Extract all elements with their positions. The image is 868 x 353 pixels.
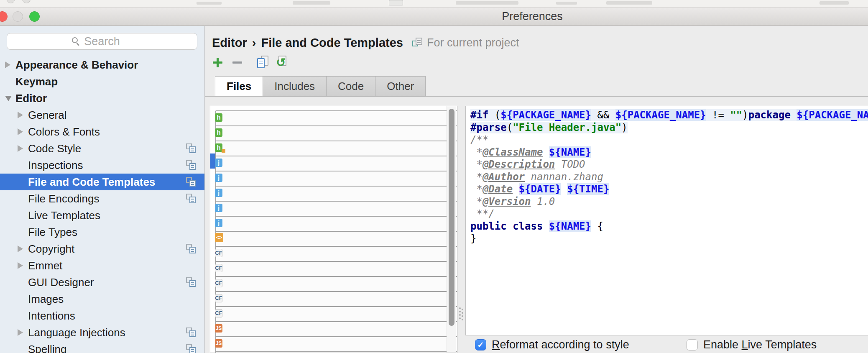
sidebar-item-appearance-behavior[interactable]: Appearance & Behavior <box>0 56 204 73</box>
template-coldfusion-tag-interface[interactable]: CFColdFusion Tag Interface <box>210 274 447 289</box>
zoom-button[interactable] <box>29 11 40 22</box>
chevron-right-icon[interactable] <box>18 112 23 118</box>
sidebar-item-file-encodings[interactable]: File Encodings <box>0 190 204 207</box>
template-code-editor[interactable]: #if (${PACKAGE_NAME} && ${PACKAGE_NAME} … <box>465 106 868 335</box>
sidebar-item-label: Keymap <box>15 75 58 88</box>
template-amd-javascript-file[interactable]: JSAMD JavaScript File <box>210 334 447 349</box>
tab-files[interactable]: Files <box>215 76 263 97</box>
sidebar-item-label: Live Templates <box>28 209 100 222</box>
search-input[interactable] <box>7 33 197 50</box>
tab-code[interactable]: Code <box>326 76 375 97</box>
sidebar-item-inspections[interactable]: Inspections <box>0 157 204 174</box>
breadcrumb-part: File and Code Templates <box>261 36 403 50</box>
sidebar-item-label: File and Code Templates <box>28 176 155 189</box>
template-class[interactable]: jClass <box>210 153 447 169</box>
scope-note-label: For current project <box>427 36 519 49</box>
code-line: #parse("File Header.java") <box>470 122 868 134</box>
chevron-right-icon[interactable] <box>18 145 23 152</box>
sidebar-item-gui-designer[interactable]: GUI Designer <box>0 274 204 291</box>
cf-file-icon: CF <box>215 306 224 317</box>
copy-template-button[interactable] <box>256 55 270 69</box>
sidebar-item-label: Colors & Fonts <box>28 125 100 138</box>
breadcrumb-part[interactable]: Editor <box>212 36 247 50</box>
cf-file-icon: CF <box>215 276 224 287</box>
sidebar-item-colors-fonts[interactable]: Colors & Fonts <box>0 123 204 140</box>
template-javascript-file[interactable]: JSJavaScript File <box>210 319 447 334</box>
sidebar-item-label: File Types <box>28 226 77 239</box>
sidebar-item-live-templates[interactable]: Live Templates <box>0 207 204 224</box>
scope-note: For current project <box>412 36 519 49</box>
sidebar-item-editor[interactable]: Editor <box>0 90 204 107</box>
template-xml-properties-file[interactable]: <>XML Properties File <box>210 229 447 244</box>
background-text-fragment <box>197 2 222 5</box>
live-templates-checkbox-label: Enable Live Templates <box>703 338 817 351</box>
sidebar-item-intentions[interactable]: Intentions <box>0 307 204 324</box>
sidebar-item-spelling[interactable]: Spelling <box>0 341 204 353</box>
template-html4-file[interactable]: hHTML4 File <box>210 123 447 138</box>
html-file-icon: h <box>215 110 224 122</box>
template-list-panel: hHTML FilehHTML4 FilehXHTML FilejClassjI… <box>210 106 457 353</box>
chevron-down-icon[interactable] <box>5 96 12 101</box>
close-button[interactable] <box>0 11 8 22</box>
sidebar-item-copyright[interactable]: Copyright <box>0 240 204 257</box>
sidebar-item-code-style[interactable]: Code Style <box>0 140 204 157</box>
breadcrumb: Editor › File and Code Templates For cur… <box>212 35 519 50</box>
template-list: hHTML FilehHTML4 FilehXHTML FilejClassjI… <box>210 108 457 353</box>
panel-splitter[interactable] <box>458 106 465 353</box>
sidebar-item-label: Images <box>28 293 64 306</box>
background-text-fragment <box>456 1 518 5</box>
preferences-window: Preferences Appearance & BehaviorKeymapE… <box>0 0 868 353</box>
background-text-fragment <box>819 1 849 5</box>
sidebar-item-label: General <box>28 109 67 122</box>
template-coldfusion-script-component[interactable]: CFColdFusion Script Component <box>210 289 447 304</box>
tab-other[interactable]: Other <box>375 76 426 97</box>
code-line: *@Date ${DATE} ${TIME} <box>470 183 868 196</box>
live-templates-checkbox[interactable]: ✓ <box>687 339 698 350</box>
chevron-right-icon[interactable] <box>18 246 23 252</box>
add-template-button[interactable] <box>211 55 225 69</box>
sidebar-item-general[interactable]: General <box>0 107 204 123</box>
template-interface[interactable]: jInterface <box>210 169 447 184</box>
sidebar-item-label: Code Style <box>28 142 81 155</box>
sidebar-item-images[interactable]: Images <box>0 291 204 307</box>
js-file-icon: JS <box>215 321 224 333</box>
list-scrollbar-thumb[interactable] <box>449 109 454 326</box>
sidebar-item-label: Language Injections <box>28 326 125 339</box>
reformat-checkbox[interactable]: ✓ <box>475 339 486 350</box>
settings-content: Editor › File and Code Templates For cur… <box>205 26 868 353</box>
sidebar-item-emmet[interactable]: Emmet <box>0 257 204 274</box>
background-traffic-light <box>22 0 31 3</box>
per-project-icon <box>412 38 423 48</box>
chevron-right-icon[interactable] <box>18 329 23 336</box>
java-file-icon: j <box>215 171 224 182</box>
chevron-right-icon[interactable] <box>18 262 23 269</box>
title-bar[interactable]: Preferences <box>0 8 868 26</box>
sidebar-item-language-injections[interactable]: Language Injections <box>0 324 204 341</box>
js-file-icon: JS <box>215 336 224 348</box>
cf-file-icon: CF <box>215 291 224 302</box>
template-coldfusion-script-interface[interactable]: CFColdFusion Script Interface <box>210 304 447 319</box>
list-scrollbar-track[interactable] <box>447 106 456 353</box>
reset-template-button[interactable]: ↺ <box>276 55 290 69</box>
chevron-right-icon[interactable] <box>5 61 10 68</box>
template-xhtml-file[interactable]: hXHTML File <box>210 138 447 153</box>
remove-template-button[interactable] <box>230 55 245 69</box>
sidebar-item-file-types[interactable]: File Types <box>0 224 204 240</box>
template-package-info[interactable]: jpackage-info <box>210 214 447 229</box>
template-coldfusion-file[interactable]: CFColdFusion File <box>210 244 447 259</box>
sidebar-item-file-and-code-templates[interactable]: File and Code Templates <box>0 174 204 190</box>
window-title: Preferences <box>502 8 563 26</box>
java-file-icon: j <box>215 201 224 212</box>
reformat-checkbox-row: ✓ Reformat according to style <box>475 338 629 351</box>
template-annotationtype[interactable]: jAnnotationType <box>210 199 447 214</box>
code-line: } <box>470 233 868 245</box>
template-html-file[interactable]: hHTML File <box>210 108 447 123</box>
template-enum[interactable]: jEnum <box>210 184 447 199</box>
chevron-right-icon[interactable] <box>18 128 23 135</box>
template-coldfusion-tag-component[interactable]: CFColdFusion Tag Component <box>210 259 447 274</box>
sidebar-item-keymap[interactable]: Keymap <box>0 73 204 90</box>
tab-includes[interactable]: Includes <box>263 76 327 97</box>
code-line: **/ <box>470 208 868 220</box>
code-line: *@Version 1.0 <box>470 196 868 208</box>
search-icon <box>72 37 78 43</box>
